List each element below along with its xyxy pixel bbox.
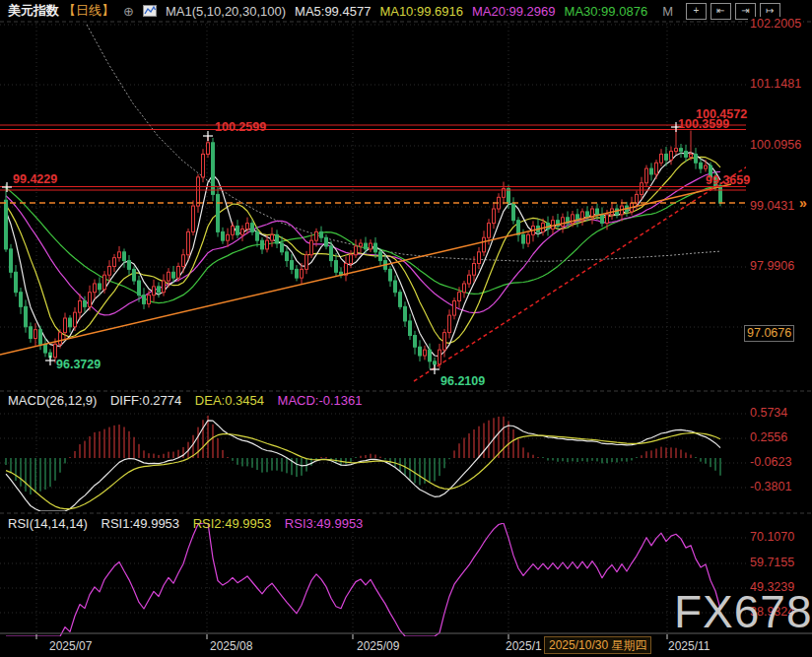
add-indicator-icon[interactable]: ⊕ (123, 4, 134, 19)
chart-canvas[interactable]: » (0, 0, 812, 657)
macd-value: MACD:-0.1361 (278, 393, 363, 408)
scroll-left-icon[interactable]: ⇤ (710, 3, 731, 20)
scroll-right-icon[interactable]: ⇥ (735, 3, 756, 20)
chart-type-icon[interactable] (143, 5, 157, 17)
ma10-value: MA10:99.6916 (379, 4, 463, 19)
rsi-pane-header: RSI(14,14,14) RSI1:49.9953 RSI2:49.9953 … (8, 516, 372, 531)
period-label: 【日线】 (63, 2, 114, 20)
rsi3-value: RSI3:49.9953 (285, 516, 364, 531)
mode-label[interactable]: M (662, 4, 673, 19)
macd-params-label: MACD(26,12,9) (8, 393, 97, 408)
rsi1-value: RSI1:49.9953 (102, 516, 180, 531)
watermark: FX678 (674, 585, 812, 638)
pan-icon[interactable]: + (686, 3, 707, 20)
chart-window: » 美元指数 【日线】 ⊕ MA1(5,10,20,30,100) MA5:99… (0, 0, 812, 657)
ma20-value: MA20:99.2969 (472, 4, 556, 19)
chart-toolbar: +⇤⇥↦ (686, 3, 780, 20)
macd-pane-header: MACD(26,12,9) DIFF:0.2774 DEA:0.3454 MAC… (8, 393, 372, 408)
macd-diff-value: DIFF:0.2774 (110, 393, 181, 408)
ma5-value: MA5:99.4577 (295, 4, 371, 19)
svg-text:»: » (799, 195, 807, 211)
page-title: 美元指数 (8, 2, 59, 20)
rsi-params-label: RSI(14,14,14) (8, 516, 88, 531)
ma-settings-label: MA1(5,10,20,30,100) (166, 4, 286, 19)
ma30-value: MA30:99.0876 (565, 4, 648, 19)
rsi2-value: RSI2:49.9953 (193, 516, 272, 531)
macd-dea-value: DEA:0.3454 (195, 393, 264, 408)
jump-latest-icon[interactable]: ↦ (760, 3, 780, 20)
